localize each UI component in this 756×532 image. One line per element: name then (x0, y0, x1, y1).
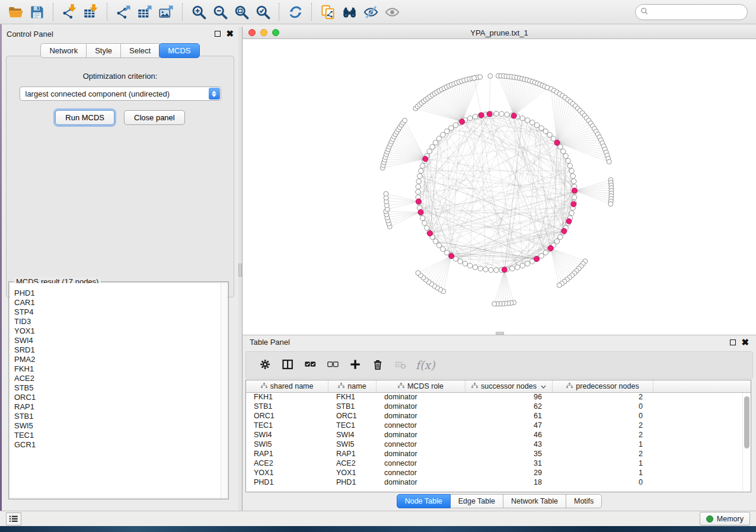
network-node[interactable] (607, 159, 611, 164)
dominator-node[interactable] (460, 119, 465, 124)
table-scrollbar-thumb[interactable] (744, 396, 749, 448)
add-column-icon[interactable] (346, 355, 366, 375)
memory-button[interactable]: Memory (700, 512, 750, 525)
network-node[interactable] (420, 216, 425, 220)
cell-predecessor-nodes[interactable]: 1 (553, 469, 653, 478)
cell-successor-nodes[interactable]: 18 (465, 478, 553, 488)
cell-MCDS-role[interactable]: dominator (377, 412, 465, 421)
cell-MCDS-role[interactable]: connector (377, 421, 465, 431)
network-node[interactable] (483, 267, 488, 272)
cell-MCDS-role[interactable]: connector (377, 440, 465, 450)
column-header-name[interactable]: name (328, 380, 377, 392)
cell-predecessor-nodes[interactable]: 0 (553, 402, 653, 412)
network-node[interactable] (468, 263, 473, 268)
mcds-result-item[interactable]: TEC1 (14, 431, 227, 440)
cell-successor-nodes[interactable]: 96 (465, 393, 553, 402)
network-node[interactable] (563, 153, 568, 158)
table-row[interactable]: TEC1TEC1connector472 (246, 421, 751, 431)
network-node[interactable] (494, 268, 499, 273)
cell-name[interactable]: ACE2 (328, 459, 377, 469)
table-row[interactable]: YOX1YOX1connector291 (246, 469, 751, 478)
network-node[interactable] (384, 191, 388, 196)
network-node[interactable] (572, 179, 576, 184)
cell-name[interactable]: YOX1 (328, 469, 377, 478)
mcds-result-item[interactable]: SWI4 (14, 336, 227, 345)
dominator-node[interactable] (562, 229, 567, 234)
dominator-node[interactable] (571, 201, 576, 207)
network-node[interactable] (534, 123, 539, 127)
table-row[interactable]: RAP1RAP1dominator352 (246, 450, 751, 459)
cell-name[interactable]: ORC1 (328, 412, 377, 421)
close-panel-icon[interactable]: ✖ (226, 31, 234, 37)
open-file-icon[interactable] (5, 2, 26, 22)
mcds-result-item[interactable]: ORC1 (14, 393, 227, 402)
network-node[interactable] (433, 140, 438, 145)
network-node[interactable] (462, 261, 467, 266)
cell-shared-name[interactable]: ORC1 (246, 412, 328, 421)
network-node[interactable] (472, 76, 477, 81)
cell-successor-nodes[interactable]: 35 (465, 450, 553, 459)
mcds-result-item[interactable]: STP4 (14, 307, 227, 317)
dominator-node[interactable] (554, 140, 560, 145)
cell-shared-name[interactable]: FKH1 (246, 393, 328, 402)
network-node[interactable] (416, 190, 420, 194)
cell-shared-name[interactable]: SWI5 (246, 440, 328, 450)
mcds-result-item[interactable]: SRD1 (14, 345, 227, 355)
import-table-icon[interactable] (80, 2, 101, 22)
network-node[interactable] (417, 174, 422, 178)
network-node[interactable] (551, 136, 556, 141)
mcds-list-scrollbar[interactable] (221, 283, 227, 498)
float-panel-icon[interactable] (215, 31, 221, 37)
cell-name[interactable]: PHD1 (328, 478, 377, 488)
network-node[interactable] (510, 266, 515, 271)
network-node[interactable] (608, 201, 613, 206)
network-canvas[interactable] (243, 39, 756, 334)
cell-shared-name[interactable]: PHD1 (246, 478, 328, 488)
cell-shared-name[interactable]: STB1 (246, 402, 328, 412)
cell-shared-name[interactable]: SWI4 (246, 431, 328, 440)
cell-successor-nodes[interactable]: 61 (465, 412, 553, 421)
network-node[interactable] (427, 149, 432, 153)
dominator-node[interactable] (449, 254, 454, 259)
dominator-node[interactable] (428, 230, 433, 236)
column-header-shared-name[interactable]: shared name (246, 380, 328, 392)
network-node[interactable] (558, 235, 563, 239)
column-header-MCDS-role[interactable]: MCDS role (377, 380, 465, 392)
dominator-node[interactable] (572, 188, 577, 193)
cell-successor-nodes[interactable]: 46 (465, 431, 553, 440)
close-panel-button[interactable]: Close panel (124, 110, 185, 125)
cell-MCDS-role[interactable]: dominator (377, 450, 465, 459)
cell-name[interactable]: RAP1 (328, 450, 377, 459)
column-header-successor-nodes[interactable]: successor nodes (465, 380, 553, 392)
table-scrollbar[interactable] (742, 393, 751, 492)
cell-MCDS-role[interactable]: dominator (377, 402, 465, 412)
network-node[interactable] (473, 114, 477, 119)
dominator-node[interactable] (502, 267, 507, 273)
network-node[interactable] (441, 246, 445, 251)
table-row[interactable]: PHD1PHD1dominator180 (246, 478, 751, 488)
network-node[interactable] (403, 118, 407, 123)
cell-name[interactable]: SWI5 (328, 440, 377, 450)
search-input[interactable] (649, 8, 753, 17)
cell-predecessor-nodes[interactable]: 2 (553, 421, 653, 431)
network-node[interactable] (444, 250, 449, 255)
cell-name[interactable]: FKH1 (328, 393, 377, 402)
network-node[interactable] (416, 179, 421, 184)
task-history-button[interactable] (6, 512, 21, 525)
dominator-node[interactable] (479, 113, 484, 118)
network-node[interactable] (543, 250, 548, 255)
table-row[interactable]: ORC1ORC1dominator610 (246, 412, 751, 421)
table-row[interactable]: FKH1FKH1dominator962 (246, 393, 751, 402)
dominator-node[interactable] (423, 156, 428, 162)
network-node[interactable] (422, 220, 427, 225)
mcds-result-item[interactable]: YOX1 (14, 326, 227, 336)
network-node[interactable] (468, 116, 473, 120)
mcds-result-item[interactable]: CAR1 (14, 298, 227, 307)
network-node[interactable] (520, 116, 525, 120)
table-row[interactable]: SWI4SWI4dominator462 (246, 431, 751, 440)
dominator-node[interactable] (418, 210, 423, 215)
cell-shared-name[interactable]: TEC1 (246, 421, 328, 431)
network-node[interactable] (473, 265, 477, 270)
tab-select[interactable]: Select (121, 43, 160, 58)
network-node[interactable] (489, 267, 493, 272)
